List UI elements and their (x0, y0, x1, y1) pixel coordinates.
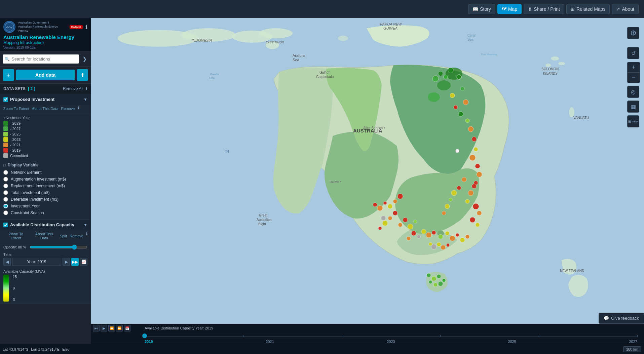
radio-option-replacement[interactable]: Replacement Investment (m$) (3, 184, 87, 188)
available-distribution-header[interactable]: Available Distribution Capacity ▼ (0, 220, 91, 230)
timeline-calendar-button[interactable]: 📅 (124, 325, 130, 331)
refresh-button[interactable]: ↺ (627, 47, 639, 59)
svg-point-85 (377, 205, 383, 211)
svg-point-6 (259, 28, 293, 38)
svg-point-91 (393, 211, 397, 215)
avail-split-button[interactable]: Split (60, 231, 67, 241)
svg-text:VANUATU: VANUATU (573, 116, 589, 120)
avail-zoom-button[interactable]: Zoom To Extent (3, 231, 29, 241)
radio-option-deferable[interactable]: Deferable Investment (m$) (3, 197, 87, 202)
svg-point-68 (450, 236, 455, 241)
radio-input-deferable[interactable] (3, 197, 8, 202)
svg-point-99 (432, 76, 439, 82)
layers-button[interactable]: ▦ (627, 101, 639, 113)
svg-point-62 (476, 223, 480, 227)
gov-logo: GOV (3, 21, 15, 33)
remove-all-link[interactable]: Remove All ℹ (63, 86, 87, 91)
share-print-button[interactable]: ⬆ Share / Print (524, 4, 564, 14)
radio-input-augmentation[interactable] (3, 177, 8, 182)
svg-point-96 (448, 68, 453, 73)
lon-display: Lon 171.24918°E (31, 347, 60, 351)
radio-input-network_element[interactable] (3, 170, 8, 175)
about-button[interactable]: ↗ About (612, 4, 639, 14)
measure-button[interactable]: ⊞VIEW (627, 115, 639, 127)
map-controls: ⊕ ↺ + − ◎ ▦ ⊞VIEW (627, 27, 640, 127)
svg-point-111 (446, 243, 450, 247)
svg-point-92 (388, 216, 392, 220)
capacity-legend-row: 15 9 3 (3, 275, 87, 302)
svg-point-94 (378, 227, 382, 230)
timeline-step-back-button[interactable]: ⏪ (108, 325, 115, 331)
opacity-slider[interactable] (30, 244, 87, 250)
proposed-investment-title: Proposed Investment (10, 97, 81, 102)
remove-all-info-icon: ℹ (86, 86, 87, 91)
svg-point-57 (468, 190, 473, 196)
legend-swatch (3, 132, 8, 136)
timeline-line (145, 336, 637, 337)
add-data-button[interactable]: Add data (16, 70, 75, 80)
zoom-to-extent-button[interactable]: Zoom To Extent (3, 106, 29, 111)
about-label: About (622, 6, 634, 12)
location-button[interactable]: ◎ (627, 86, 639, 98)
radio-input-constraint_season[interactable] (3, 210, 8, 215)
svg-point-70 (460, 238, 465, 242)
svg-text:Sea: Sea (293, 58, 299, 62)
map-area[interactable]: INDONESIA EAST TIMOR PAPUA NEW GUINEA Ar… (91, 18, 644, 344)
remove-dataset-button[interactable]: Remove (61, 106, 75, 111)
svg-text:Carpentaria: Carpentaria (316, 75, 334, 79)
time-chart-button[interactable]: 📈 (80, 258, 87, 266)
available-distribution-checkbox[interactable] (3, 223, 8, 227)
radio-input-investment_year[interactable] (3, 204, 8, 208)
radio-option-augmentation[interactable]: Augmentation Investment (m$) (3, 177, 87, 182)
radio-option-constraint_season[interactable]: Constraint Season (3, 210, 87, 215)
radio-option-investment_year[interactable]: Investment Year (3, 204, 87, 208)
timeline-label: Available Distribution Capacity Year: 20… (145, 326, 213, 330)
search-input[interactable] (3, 54, 79, 64)
logo-area: GOV Australian Government Australian Ren… (0, 18, 91, 52)
timeline-play-button[interactable]: ▶ (101, 325, 107, 331)
info-icon[interactable]: ℹ (85, 24, 87, 30)
zoom-out-button[interactable]: − (628, 73, 640, 83)
svg-point-98 (438, 71, 443, 76)
svg-text:Sea: Sea (467, 38, 473, 41)
proposed-investment-checkbox[interactable] (3, 97, 8, 102)
time-play-button[interactable]: ▶▶ (71, 258, 79, 266)
related-maps-button[interactable]: ⊞ Related Maps (566, 4, 610, 14)
radio-input-replacement[interactable] (3, 184, 8, 188)
upload-button[interactable]: ⬆ (77, 69, 88, 81)
compass-button[interactable]: ⊕ (627, 27, 639, 39)
svg-point-73 (411, 231, 416, 236)
svg-point-11 (558, 62, 565, 65)
time-next-button[interactable]: ▶ (63, 258, 70, 266)
radio-option-total[interactable]: Total Investment (m$) (3, 190, 87, 195)
display-variable-header[interactable]: □ Display Variable (3, 163, 87, 167)
zoom-in-button[interactable]: + (628, 62, 640, 72)
timeline-step-forward-button[interactable]: ⏩ (116, 325, 123, 331)
logo-text: Australian Government Australian Renewab… (18, 21, 66, 33)
svg-point-47 (465, 119, 469, 123)
svg-point-87 (403, 218, 408, 222)
avail-about-button[interactable]: About This Data (31, 231, 57, 241)
time-prev-button[interactable]: ◀ (3, 258, 11, 266)
legend-label: - 2023 (10, 137, 21, 142)
proposed-investment-header[interactable]: Proposed Investment ▼ (0, 94, 91, 105)
timeline-skip-start-button[interactable]: ⏮ (93, 325, 100, 331)
story-button[interactable]: 📖 Story (468, 4, 495, 14)
radio-input-total[interactable] (3, 190, 8, 195)
svg-point-40 (428, 92, 440, 102)
svg-point-49 (472, 137, 477, 142)
svg-point-106 (429, 280, 432, 284)
svg-point-48 (468, 126, 473, 132)
svg-point-8 (338, 36, 348, 41)
svg-point-74 (407, 236, 411, 240)
radio-option-network_element[interactable]: Network Element (3, 170, 87, 175)
give-feedback-button[interactable]: 💬 Give feedback (599, 313, 644, 324)
sidebar-collapse-button[interactable]: ❯ (81, 54, 88, 64)
about-this-data-button[interactable]: About This Data (32, 106, 59, 111)
legend-swatch (3, 121, 8, 126)
add-data-plus-button[interactable]: ＋ (3, 69, 14, 81)
map-button[interactable]: 🗺 Map (497, 4, 522, 14)
avail-remove-button[interactable]: Remove (70, 231, 83, 241)
investment-legend-items: - 2029 - 2027 - 2025 - 2023 - 2021 - 201… (3, 121, 87, 158)
timeline-bar: ⏮ ▶ ⏪ ⏩ 📅 Available Distribution Capacit… (91, 324, 644, 344)
